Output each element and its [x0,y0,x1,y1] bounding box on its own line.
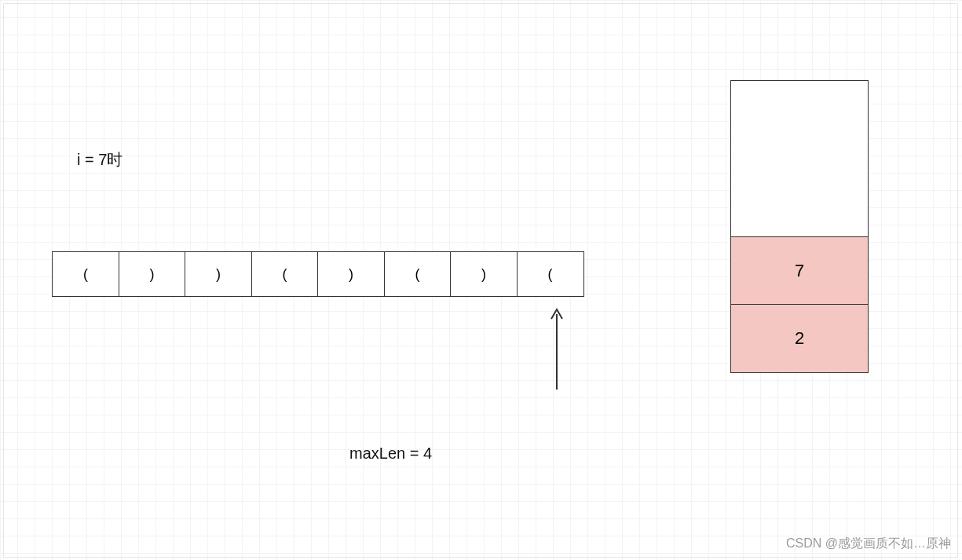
label-max-len: maxLen = 4 [349,445,432,463]
arrow-up-icon [550,306,564,393]
pointer-arrow [556,306,558,390]
array-cell: ) [317,251,385,297]
array-cell: ( [384,251,452,297]
array-cell: ( [52,251,119,297]
diagram-canvas: i = 7时 ( ) ) ( ) ( ) ( maxLen = 4 7 2 [0,0,962,560]
stack-cell-empty [730,80,869,237]
stack-box: 7 2 [730,80,869,373]
label-i-state: i = 7时 [77,149,123,170]
stack-cell: 2 [730,304,869,373]
array-row: ( ) ) ( ) ( ) ( [52,251,584,297]
array-cell: ) [450,251,518,297]
array-cell: ) [185,251,252,297]
array-cell: ) [119,251,186,297]
array-cell: ( [251,251,319,297]
watermark-text: CSDN @感觉画质不如…原神 [786,536,951,552]
stack-cell: 7 [730,236,869,306]
array-cell: ( [517,251,584,297]
